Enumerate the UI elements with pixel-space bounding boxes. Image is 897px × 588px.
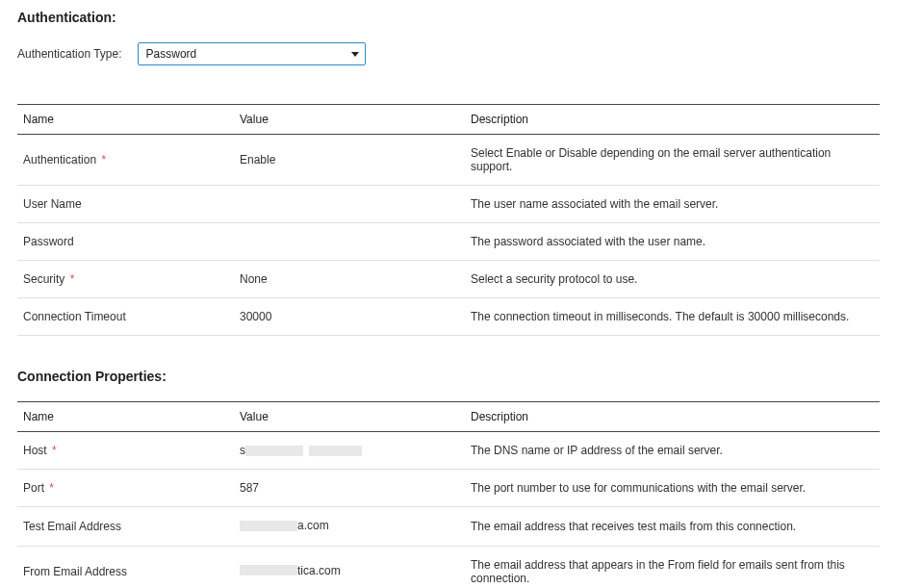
- required-indicator: *: [46, 481, 54, 495]
- prop-description: The password associated with the user na…: [465, 223, 880, 261]
- prop-value[interactable]: None: [234, 261, 465, 298]
- table-row: From Email Addresstica.comThe email addr…: [17, 546, 880, 588]
- prop-name: From Email Address: [17, 546, 234, 588]
- col-header-name: Name: [17, 402, 234, 432]
- auth-properties-table: Name Value Description Authentication *E…: [17, 104, 880, 336]
- prop-description: The email address that receives test mai…: [465, 507, 880, 547]
- prop-description: The email address that appears in the Fr…: [465, 546, 880, 588]
- required-indicator: *: [66, 272, 74, 286]
- prop-name: Host *: [17, 432, 234, 470]
- prop-name: Authentication *: [17, 135, 234, 186]
- table-row: Authentication *EnableSelect Enable or D…: [17, 135, 880, 186]
- auth-table-header-row: Name Value Description: [17, 105, 880, 135]
- required-indicator: *: [49, 444, 57, 457]
- col-header-value: Value: [234, 105, 465, 135]
- prop-name: Password: [17, 223, 234, 261]
- auth-type-row: Authentication Type: Password: [17, 42, 880, 65]
- table-row: Port *587The port number to use for comm…: [17, 470, 880, 507]
- prop-value[interactable]: 587: [234, 470, 465, 507]
- prop-value[interactable]: Enable: [234, 135, 465, 186]
- redacted-segment: [240, 521, 297, 531]
- required-indicator: *: [98, 153, 106, 166]
- prop-name: Connection Timeout: [17, 298, 234, 336]
- redacted-segment: [309, 446, 362, 456]
- prop-description: Select Enable or Disable depending on th…: [465, 135, 880, 186]
- prop-description: The connection timeout in milliseconds. …: [465, 298, 880, 336]
- prop-value[interactable]: [234, 223, 465, 261]
- prop-value[interactable]: [234, 186, 465, 223]
- table-row: Test Email Addressa.comThe email address…: [17, 507, 880, 547]
- conn-properties-table: Name Value Description Host *sThe DNS na…: [17, 401, 880, 588]
- auth-type-label: Authentication Type:: [17, 47, 122, 61]
- prop-name: Test Email Address: [17, 507, 234, 547]
- auth-type-value: Password: [146, 47, 197, 61]
- table-row: PasswordThe password associated with the…: [17, 223, 880, 261]
- table-row: Connection Timeout30000The connection ti…: [17, 298, 880, 336]
- table-row: Host *sThe DNS name or IP address of the…: [17, 432, 880, 470]
- prop-description: Select a security protocol to use.: [465, 261, 880, 298]
- prop-value[interactable]: tica.com: [234, 546, 465, 588]
- prop-value[interactable]: a.com: [234, 507, 465, 547]
- prop-name: User Name: [17, 186, 234, 223]
- col-header-description: Description: [465, 402, 880, 432]
- auth-section-title: Authentication:: [17, 10, 880, 25]
- col-header-description: Description: [465, 105, 880, 135]
- auth-type-select[interactable]: Password: [138, 42, 366, 65]
- conn-table-header-row: Name Value Description: [17, 402, 880, 432]
- col-header-value: Value: [234, 402, 465, 432]
- chevron-down-icon: [346, 43, 365, 64]
- prop-description: The DNS name or IP address of the email …: [465, 432, 880, 470]
- prop-name: Security *: [17, 261, 234, 298]
- prop-description: The port number to use for communication…: [465, 470, 880, 507]
- conn-section-title: Connection Properties:: [17, 369, 880, 384]
- table-row: User NameThe user name associated with t…: [17, 186, 880, 223]
- table-row: Security *NoneSelect a security protocol…: [17, 261, 880, 298]
- redacted-segment: [245, 446, 303, 456]
- redacted-segment: [240, 565, 297, 575]
- prop-value[interactable]: s: [234, 432, 465, 470]
- col-header-name: Name: [17, 105, 234, 135]
- prop-description: The user name associated with the email …: [465, 186, 880, 223]
- prop-name: Port *: [17, 470, 234, 507]
- prop-value[interactable]: 30000: [234, 298, 465, 336]
